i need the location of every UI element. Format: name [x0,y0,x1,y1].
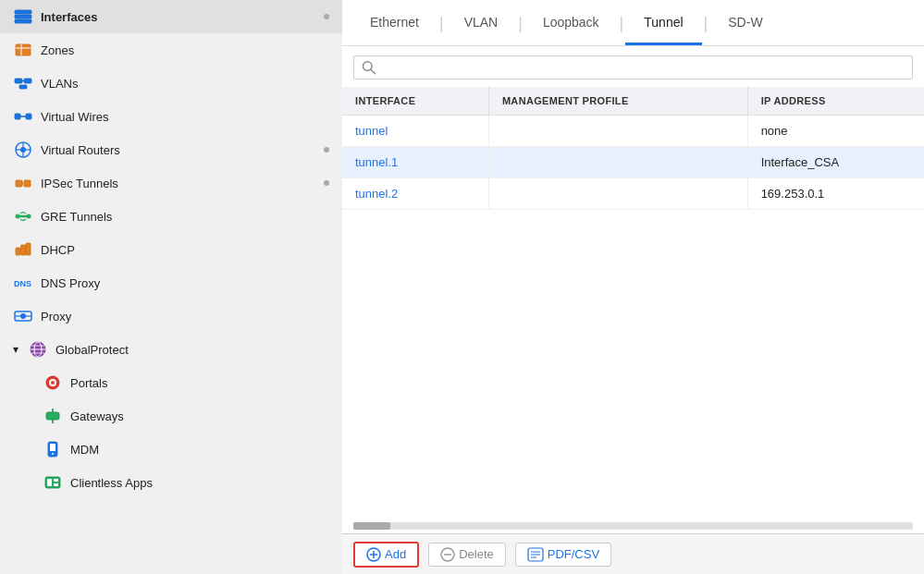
sidebar-item-dns-proxy[interactable]: DNS DNS Proxy [0,266,342,299]
table-row[interactable]: tunnel.1Interface_CSA [342,147,924,178]
svg-rect-7 [24,79,31,83]
sidebar-item-clientless-apps[interactable]: Clientless Apps [0,466,342,499]
sidebar-label-mdm: MDM [70,443,333,457]
tab-vlan[interactable]: VLAN [446,2,517,45]
search-bar [353,55,913,79]
tabs-bar: Ethernet | VLAN | Loopback | Tunnel | SD… [342,0,924,46]
delete-circle-icon [440,547,455,562]
sidebar-item-vlans[interactable]: VLANs [0,67,342,100]
tab-loopback[interactable]: Loopback [524,2,618,45]
svg-rect-0 [15,10,31,14]
svg-point-24 [27,214,31,219]
sidebar-item-interfaces[interactable]: Interfaces [0,0,342,33]
svg-rect-3 [16,44,31,55]
tab-sep-2: | [516,0,524,46]
pdfcsv-button[interactable]: PDF/CSV [515,543,611,567]
svg-rect-45 [50,444,55,451]
scroll-thumb [353,522,390,530]
svg-point-46 [52,453,54,455]
col-header-interface: INTERFACE [342,87,488,116]
delete-label: Delete [459,547,494,561]
sidebar-item-virtual-routers[interactable]: Virtual Routers [0,133,342,166]
svg-point-40 [51,381,55,385]
cell-management-profile [488,178,747,210]
sidebar-item-gateways[interactable]: Gateways [0,399,342,433]
sidebar-item-zones[interactable]: Zones [0,33,342,67]
add-button[interactable]: Add [353,542,419,568]
vlans-icon [13,73,33,93]
sidebar-item-virtual-wires[interactable]: Virtual Wires [0,100,342,133]
portals-icon [43,372,63,393]
sidebar-label-proxy: Proxy [41,310,333,324]
clientless-apps-icon [43,472,63,493]
svg-rect-49 [54,479,58,482]
sidebar-label-portals: Portals [70,376,333,390]
cell-interface[interactable]: tunnel.2 [342,178,488,210]
cell-management-profile [488,147,747,178]
svg-point-23 [16,214,20,219]
col-header-ip-address: IP ADDRESS [747,87,924,116]
svg-point-14 [20,147,26,153]
table-row[interactable]: tunnelnone [342,116,924,147]
cell-management-profile [488,116,747,147]
svg-rect-6 [15,79,22,83]
sidebar-item-mdm[interactable]: MDM [0,433,342,466]
interfaces-table: INTERFACE MANAGEMENT PROFILE IP ADDRESS … [342,87,924,210]
svg-line-52 [371,69,375,73]
interface-link[interactable]: tunnel [355,124,388,138]
table-area: INTERFACE MANAGEMENT PROFILE IP ADDRESS … [342,87,924,522]
svg-rect-27 [26,243,31,255]
svg-rect-10 [15,114,20,119]
svg-rect-19 [16,180,22,187]
table-header-row: INTERFACE MANAGEMENT PROFILE IP ADDRESS [342,87,924,116]
sidebar-item-globalprotect[interactable]: ▾ GlobalProtect [0,333,342,366]
interface-link[interactable]: tunnel.2 [355,187,398,201]
horizontal-scrollbar[interactable] [353,522,913,530]
svg-point-30 [20,313,26,319]
search-icon [362,60,376,75]
sidebar-item-portals[interactable]: Portals [0,366,342,399]
sidebar-list: Interfaces Zones [0,0,342,574]
expand-icon-globalprotect: ▾ [13,343,18,356]
svg-rect-26 [21,245,26,255]
sidebar-item-ipsec-tunnels[interactable]: IPSec Tunnels [0,166,342,200]
pdfcsv-label: PDF/CSV [548,547,599,561]
sidebar-dot-virtual-routers [324,147,329,153]
tab-sep-1: | [437,0,446,46]
tab-ethernet[interactable]: Ethernet [351,2,437,45]
gre-icon [13,206,33,226]
cell-ip-address: none [747,116,924,147]
sidebar-dot-ipsec-tunnels [324,180,329,186]
svg-text:DNS: DNS [14,279,31,288]
sidebar-label-dhcp: DHCP [41,243,333,257]
delete-button[interactable]: Delete [428,543,506,567]
svg-rect-41 [46,412,59,420]
sidebar: Interfaces Zones [0,0,342,574]
interface-link[interactable]: tunnel.1 [355,155,398,169]
tab-sep-3: | [618,0,626,46]
tab-sep-4: | [702,0,710,46]
sidebar-label-vlans: VLANs [41,77,333,91]
sidebar-item-gre-tunnels[interactable]: GRE Tunnels [0,200,342,233]
bottom-toolbar: Add Delete PDF/CSV [342,533,924,574]
svg-rect-48 [47,479,52,486]
sidebar-item-dhcp[interactable]: DHCP [0,233,342,266]
svg-rect-50 [54,483,58,486]
search-input[interactable] [381,61,905,75]
sidebar-item-proxy[interactable]: Proxy [0,299,342,333]
tab-sdwan[interactable]: SD-W [709,2,781,45]
sidebar-label-gre-tunnels: GRE Tunnels [41,210,333,224]
globalprotect-icon [28,339,48,360]
pdf-icon [527,547,544,562]
table-row[interactable]: tunnel.2169.253.0.1 [342,178,924,210]
proxy-icon [13,306,33,326]
tab-tunnel[interactable]: Tunnel [625,2,701,45]
sidebar-label-dns-proxy: DNS Proxy [41,276,333,290]
cell-interface[interactable]: tunnel.1 [342,147,488,178]
svg-rect-20 [24,180,31,187]
virtual-wires-icon [13,106,33,127]
cell-interface[interactable]: tunnel [342,116,488,147]
sidebar-label-ipsec-tunnels: IPSec Tunnels [41,177,333,190]
sidebar-label-zones: Zones [41,43,333,57]
add-label: Add [385,547,406,561]
